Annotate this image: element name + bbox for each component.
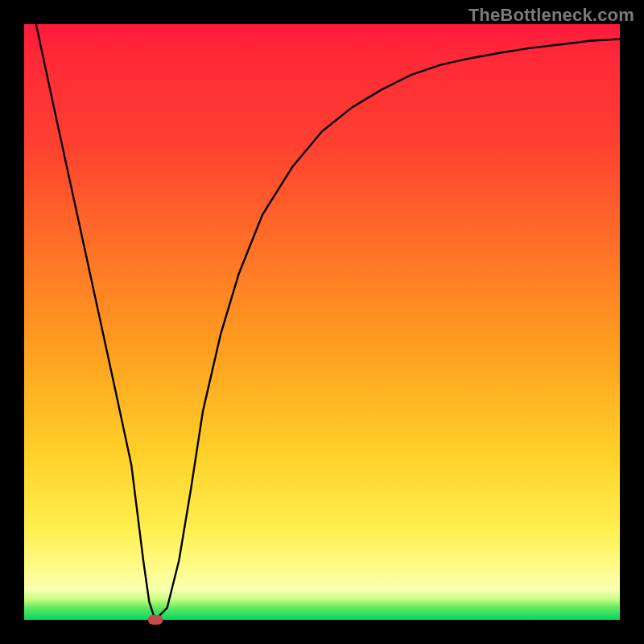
minimum-marker (148, 615, 163, 625)
curve-svg (24, 24, 620, 620)
plot-area (24, 24, 620, 620)
bottleneck-curve (36, 24, 620, 620)
watermark-text: TheBottleneck.com (469, 5, 634, 26)
chart-frame: TheBottleneck.com (0, 0, 644, 644)
